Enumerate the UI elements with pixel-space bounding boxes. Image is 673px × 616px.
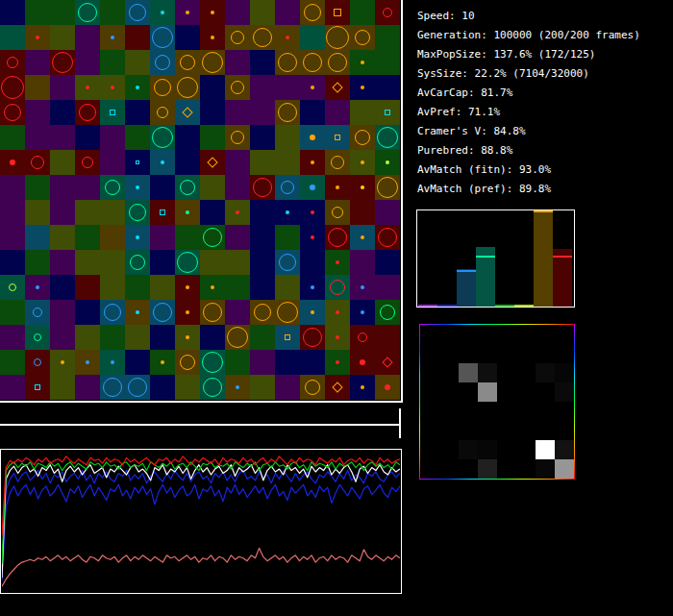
organism-marker xyxy=(111,360,114,364)
organism-marker xyxy=(385,110,390,115)
heatmap-cell xyxy=(439,382,459,402)
organism-marker xyxy=(160,209,165,215)
heatmap-cell xyxy=(516,363,536,382)
heatmap-cell xyxy=(420,325,439,344)
grid-cell xyxy=(75,250,100,275)
grid-cell xyxy=(150,275,175,300)
grid-cell xyxy=(50,200,75,225)
grid-cell xyxy=(75,175,100,200)
heatmap-cell xyxy=(555,363,574,382)
grid-cell xyxy=(225,350,250,375)
grid-cell xyxy=(25,125,50,150)
grid-cell xyxy=(50,150,75,175)
grid-cell xyxy=(50,75,75,100)
organism-marker xyxy=(110,110,115,115)
grid-cell xyxy=(75,25,100,50)
grid-cell xyxy=(225,175,250,200)
grid-cell xyxy=(100,225,125,250)
grid-cell xyxy=(250,75,275,100)
organism-marker xyxy=(227,327,248,348)
organism-marker xyxy=(361,285,364,289)
organism-marker xyxy=(361,185,364,189)
grid-cell xyxy=(0,125,25,150)
grid-cell xyxy=(50,300,75,325)
grid-cell xyxy=(125,125,150,150)
heatmap-cell xyxy=(536,440,555,459)
heatmap-cell xyxy=(516,459,536,479)
organism-marker xyxy=(130,255,145,270)
grid-cell xyxy=(300,25,325,50)
simulation-app: { "app": { "background": "#000000", "tex… xyxy=(0,0,673,616)
organism-marker xyxy=(161,11,164,14)
organism-marker xyxy=(286,210,289,214)
organism-marker xyxy=(186,335,189,339)
organism-marker xyxy=(211,36,214,39)
heatmap-cell xyxy=(555,459,574,479)
heatmap-cell xyxy=(516,344,536,363)
organism-marker xyxy=(254,304,271,321)
grid-cell xyxy=(25,0,50,25)
grid-cell xyxy=(250,350,275,375)
grid-cell xyxy=(50,25,75,50)
heatmap-cell xyxy=(555,421,574,440)
organism-marker xyxy=(236,210,239,214)
organism-marker xyxy=(136,185,139,189)
organism-marker xyxy=(336,310,339,314)
heatmap-cell xyxy=(516,402,536,421)
heatmap-cell xyxy=(497,363,516,382)
organism-marker xyxy=(136,86,139,89)
organism-marker xyxy=(34,333,41,341)
organism-marker xyxy=(180,55,195,70)
heatmap-cell xyxy=(420,421,439,440)
organism-marker xyxy=(177,252,198,273)
heatmap-cell xyxy=(516,421,536,440)
organism-marker xyxy=(378,228,397,247)
organism-marker xyxy=(231,31,244,44)
grid-cell xyxy=(50,125,75,150)
organism-marker xyxy=(186,11,189,14)
history-line-chart xyxy=(0,449,402,594)
frame-progress-thumb[interactable] xyxy=(399,408,401,438)
grid-cell xyxy=(25,225,50,250)
heatmap-cell xyxy=(497,344,516,363)
organism-marker xyxy=(78,3,97,22)
organism-marker xyxy=(361,86,364,89)
grid-cell xyxy=(250,50,275,75)
grid-cell xyxy=(250,225,275,250)
organism-marker xyxy=(152,127,173,148)
heatmap-cell xyxy=(459,344,478,363)
grid-cell xyxy=(75,300,100,325)
organism-marker xyxy=(361,160,364,164)
grid-cell xyxy=(350,100,375,125)
organism-marker xyxy=(361,235,364,239)
grid-cell xyxy=(250,0,275,25)
organism-marker xyxy=(36,36,39,39)
species-bar xyxy=(534,210,553,307)
grid-cell xyxy=(375,200,400,225)
grid-cell xyxy=(375,275,400,300)
heatmap-cell xyxy=(420,440,439,459)
species-bar-chart: m f xyxy=(416,209,575,308)
organism-marker xyxy=(203,378,222,397)
grid-cell xyxy=(50,225,75,250)
heatmap-cell xyxy=(497,421,516,440)
heatmap-cell xyxy=(459,440,478,459)
organism-marker xyxy=(202,52,223,73)
heatmap-cell xyxy=(478,382,497,402)
grid-cell xyxy=(200,100,225,125)
grid-cell xyxy=(50,0,75,25)
organism-marker xyxy=(10,160,15,165)
grid-cell xyxy=(175,225,200,250)
stat-line: AvCarCap: 81.7% xyxy=(417,84,667,103)
grid-cell xyxy=(225,225,250,250)
heatmap-cell xyxy=(439,344,459,363)
heatmap-cell xyxy=(420,459,439,479)
organism-marker xyxy=(331,156,344,169)
grid-cell xyxy=(200,125,225,150)
grid-cell xyxy=(150,375,175,400)
world-grid[interactable] xyxy=(0,0,400,400)
species-bar-cap-line xyxy=(476,256,495,258)
organism-marker xyxy=(79,104,96,121)
grid-cell xyxy=(125,350,150,375)
grid-cell xyxy=(150,250,175,275)
